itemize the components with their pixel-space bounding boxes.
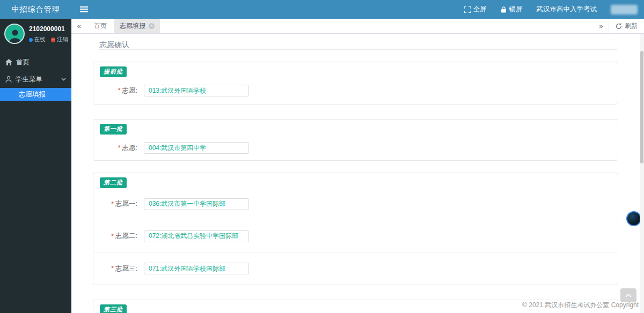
user-panel: 2102000001 在线 注销 <box>0 19 71 49</box>
required-asterisk: * <box>111 233 114 240</box>
app-window: 中招综合管理 2102000001 在线 注销 <box>0 0 644 313</box>
field-label-text: 志愿: <box>122 144 137 153</box>
sidebar-item-student-menu[interactable]: 学生菜单 <box>0 71 71 88</box>
content: 志愿确认 提前批 * 志愿: 第一批 <box>71 34 644 313</box>
batch-panel-first: 第一批 * 志愿: <box>93 119 618 161</box>
volunteer-input[interactable] <box>144 263 249 274</box>
volunteer-input[interactable] <box>144 85 249 96</box>
logout-icon[interactable] <box>51 38 55 42</box>
avatar-person-icon <box>7 27 23 43</box>
sidebar-subitem-volunteer[interactable]: 志愿填报 <box>0 88 71 101</box>
topbar-right: 全屏 锁屏 武汉市高中入学考试 <box>464 5 638 14</box>
user-id: 2102000001 <box>29 25 68 33</box>
field-label: * 志愿三: <box>100 264 137 273</box>
field-label: * 志愿一: <box>100 199 137 208</box>
back-to-top-button[interactable] <box>620 288 636 302</box>
lockscreen-button[interactable]: 锁屏 <box>501 5 523 14</box>
tabbar: « 首页 志愿填报 × » 刷新 <box>71 19 644 34</box>
chevron-up-icon <box>625 294 632 297</box>
online-dot-icon <box>29 38 33 42</box>
sidebar: 中招综合管理 2102000001 在线 注销 <box>0 0 71 313</box>
required-asterisk: * <box>111 265 114 272</box>
required-asterisk: * <box>118 144 121 152</box>
volunteer-input[interactable] <box>144 230 249 242</box>
user-info: 2102000001 在线 注销 <box>29 24 68 43</box>
form-row: * 志愿三: <box>93 252 618 285</box>
sidebar-menu: 首页 学生菜单 志愿填报 <box>0 54 71 101</box>
lock-icon <box>501 6 507 13</box>
exam-title: 武汉市高中入学考试 <box>537 5 597 14</box>
field-label: * 志愿二: <box>100 232 137 241</box>
logout-label[interactable]: 注销 <box>57 36 68 43</box>
tab-scroll-left-button[interactable]: « <box>71 19 86 33</box>
fullscreen-label: 全屏 <box>473 5 487 14</box>
home-icon <box>5 59 12 65</box>
app-logo: 中招综合管理 <box>0 0 71 19</box>
field-label-text: 志愿三: <box>115 264 137 273</box>
fullscreen-icon <box>464 6 471 13</box>
tabbar-right: » 刷新 <box>594 19 644 33</box>
batch-badge: 第三批 <box>100 304 127 313</box>
tab-scroll-right-button[interactable]: » <box>594 19 609 33</box>
sidebar-item-label: 学生菜单 <box>16 75 42 84</box>
batch-panel-advance: 提前批 * 志愿: <box>93 62 618 105</box>
tab-volunteer[interactable]: 志愿填报 × <box>114 19 160 33</box>
panel-head: 提前批 <box>93 62 618 77</box>
form-row: * 志愿二: <box>93 220 618 252</box>
field-label: * 志愿: <box>100 86 137 95</box>
tab-home[interactable]: 首页 <box>86 19 114 33</box>
tab-label: 志愿填报 <box>120 21 145 31</box>
refresh-label: 刷新 <box>625 21 638 31</box>
panel-head: 第一批 <box>93 120 618 135</box>
batch-badge: 第一批 <box>100 124 127 135</box>
fullscreen-button[interactable]: 全屏 <box>464 5 487 14</box>
float-ball-button[interactable] <box>626 211 641 226</box>
field-label-text: 志愿: <box>122 86 137 95</box>
form-row: * 志愿: <box>93 85 618 96</box>
sidebar-item-home[interactable]: 首页 <box>0 54 71 71</box>
user-name-blurred[interactable] <box>611 5 638 14</box>
tab-close-icon[interactable]: × <box>149 23 155 29</box>
main-area: 全屏 锁屏 武汉市高中入学考试 « 首页 志愿填报 × <box>71 0 644 313</box>
user-status: 在线 注销 <box>29 36 68 43</box>
page-title: 志愿确认 <box>99 41 617 50</box>
avatar <box>4 24 25 44</box>
sidebar-item-label: 首页 <box>16 58 30 67</box>
topbar: 全屏 锁屏 武汉市高中入学考试 <box>71 0 644 19</box>
batch-badge: 提前批 <box>100 66 127 77</box>
required-asterisk: * <box>111 200 114 208</box>
person-icon <box>5 76 12 83</box>
form-row: * 志愿: <box>93 142 618 154</box>
field-label-text: 志愿二: <box>115 232 137 241</box>
form-row: * 志愿一: <box>93 188 618 220</box>
scrollbar-thumb[interactable] <box>640 51 643 163</box>
scrollbar[interactable] <box>640 34 644 313</box>
refresh-button[interactable]: 刷新 <box>609 19 644 33</box>
hamburger-icon[interactable] <box>80 6 88 12</box>
field-label-text: 志愿一: <box>115 199 137 208</box>
online-label: 在线 <box>34 36 46 43</box>
field-label: * 志愿: <box>100 144 137 153</box>
refresh-icon <box>616 23 622 29</box>
panel-head: 第二批 <box>93 173 618 188</box>
lockscreen-label: 锁屏 <box>509 5 523 14</box>
volunteer-input[interactable] <box>144 198 249 210</box>
batch-panel-second: 第二批 * 志愿一: * 志愿二: <box>93 173 618 285</box>
chevron-down-icon <box>61 78 66 81</box>
required-asterisk: * <box>118 87 121 94</box>
batch-badge: 第二批 <box>100 177 127 188</box>
volunteer-input[interactable] <box>144 142 249 154</box>
